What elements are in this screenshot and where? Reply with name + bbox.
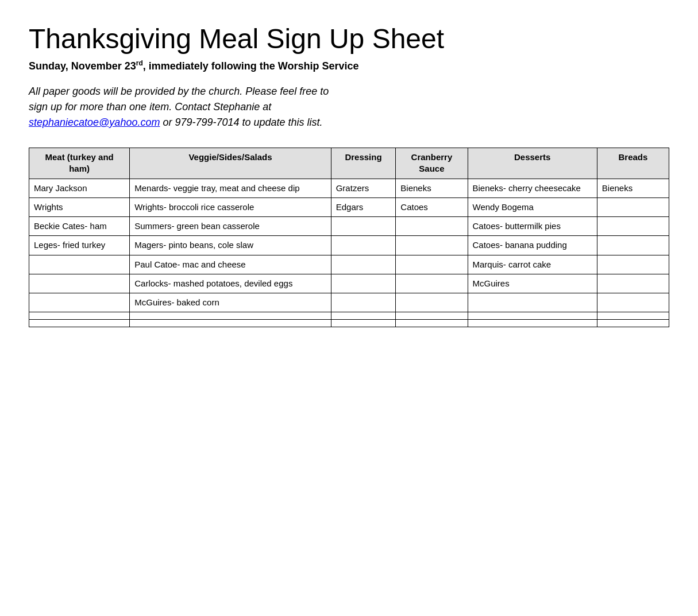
cell-desserts-4: Marquis- carrot cake	[468, 255, 597, 274]
cell-veggie-3: Magers- pinto beans, cole slaw	[130, 236, 331, 255]
cell-meat-2: Beckie Cates- ham	[29, 217, 130, 236]
header-dressing: Dressing	[331, 148, 396, 179]
header-cranberry: Cranberry Sauce	[396, 148, 468, 179]
table-row: Mary JacksonMenards- veggie tray, meat a…	[29, 179, 669, 197]
subtitle-prefix: Sunday, November 23	[29, 60, 136, 72]
cell-veggie-4: Paul Catoe- mac and cheese	[130, 255, 331, 274]
cell-cranberry-4	[396, 255, 468, 274]
cell-meat-0: Mary Jackson	[29, 179, 130, 197]
cell-desserts-0: Bieneks- cherry cheesecake	[468, 179, 597, 197]
cell-cranberry-8	[396, 320, 468, 327]
cell-meat-7	[29, 312, 130, 320]
cell-dressing-6	[331, 293, 396, 312]
cell-breads-2	[597, 217, 669, 236]
header-desserts: Desserts	[468, 148, 597, 179]
cell-veggie-2: Summers- green bean casserole	[130, 217, 331, 236]
table-row: Paul Catoe- mac and cheeseMarquis- carro…	[29, 255, 669, 274]
table-row: Leges- fried turkeyMagers- pinto beans, …	[29, 236, 669, 255]
cell-dressing-5	[331, 274, 396, 293]
cell-meat-8	[29, 320, 130, 327]
table-row	[29, 312, 669, 320]
description-line2: sign up for more than one item. Contact …	[29, 101, 271, 113]
cell-meat-6	[29, 293, 130, 312]
table-row: Beckie Cates- hamSummers- green bean cas…	[29, 217, 669, 236]
cell-veggie-0: Menards- veggie tray, meat and cheese di…	[130, 179, 331, 197]
cell-cranberry-3	[396, 236, 468, 255]
cell-dressing-3	[331, 236, 396, 255]
subtitle-suffix: , immediately following the Worship Serv…	[143, 60, 359, 72]
cell-breads-5	[597, 274, 669, 293]
cell-cranberry-5	[396, 274, 468, 293]
cell-cranberry-6	[396, 293, 468, 312]
table-row: Carlocks- mashed potatoes, deviled eggsM…	[29, 274, 669, 293]
cell-breads-3	[597, 236, 669, 255]
cell-dressing-7	[331, 312, 396, 320]
cell-breads-4	[597, 255, 669, 274]
cell-meat-1: Wrights	[29, 197, 130, 216]
table-row: WrightsWrights- broccoli rice casseroleE…	[29, 197, 669, 216]
cell-veggie-6: McGuires- baked corn	[130, 293, 331, 312]
cell-meat-4	[29, 255, 130, 274]
description-line3: or 979-799-7014 to update this list.	[160, 117, 322, 128]
cell-meat-3: Leges- fried turkey	[29, 236, 130, 255]
cell-meat-5	[29, 274, 130, 293]
cell-veggie-1: Wrights- broccoli rice casserole	[130, 197, 331, 216]
cell-dressing-8	[331, 320, 396, 327]
cell-desserts-3: Catoes- banana pudding	[468, 236, 597, 255]
cell-veggie-8	[130, 320, 331, 327]
header-meat: Meat (turkey and ham)	[29, 148, 130, 179]
cell-breads-0: Bieneks	[597, 179, 669, 197]
cell-dressing-0: Gratzers	[331, 179, 396, 197]
cell-desserts-8	[468, 320, 597, 327]
cell-cranberry-1: Catoes	[396, 197, 468, 216]
cell-cranberry-0: Bieneks	[396, 179, 468, 197]
cell-breads-1	[597, 197, 669, 216]
subtitle: Sunday, November 23rd, immediately follo…	[29, 59, 669, 72]
signup-table: Meat (turkey and ham) Veggie/Sides/Salad…	[29, 148, 669, 327]
email-link[interactable]: stephaniecatoe@yahoo.com	[29, 117, 160, 128]
cell-breads-8	[597, 320, 669, 327]
cell-dressing-1: Edgars	[331, 197, 396, 216]
page-title: Thanksgiving Meal Sign Up Sheet	[29, 23, 669, 55]
description: All paper goods will be provided by the …	[29, 84, 669, 130]
cell-desserts-7	[468, 312, 597, 320]
subtitle-sup: rd	[136, 59, 143, 67]
cell-desserts-5: McGuires	[468, 274, 597, 293]
cell-dressing-2	[331, 217, 396, 236]
table-row: McGuires- baked corn	[29, 293, 669, 312]
cell-breads-6	[597, 293, 669, 312]
cell-desserts-6	[468, 293, 597, 312]
cell-dressing-4	[331, 255, 396, 274]
cell-cranberry-7	[396, 312, 468, 320]
table-row	[29, 320, 669, 327]
cell-breads-7	[597, 312, 669, 320]
header-breads: Breads	[597, 148, 669, 179]
cell-desserts-1: Wendy Bogema	[468, 197, 597, 216]
cell-cranberry-2	[396, 217, 468, 236]
header-veggie: Veggie/Sides/Salads	[130, 148, 331, 179]
cell-veggie-7	[130, 312, 331, 320]
cell-veggie-5: Carlocks- mashed potatoes, deviled eggs	[130, 274, 331, 293]
cell-desserts-2: Catoes- buttermilk pies	[468, 217, 597, 236]
description-line1: All paper goods will be provided by the …	[29, 86, 329, 97]
